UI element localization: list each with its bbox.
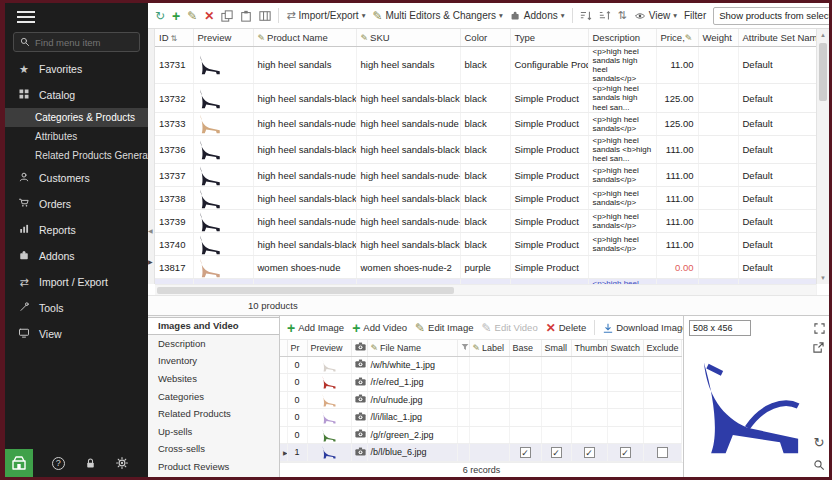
scroll-down-icon[interactable]: ▼ (817, 275, 829, 281)
refresh-preview-icon[interactable]: ↻ (814, 436, 825, 449)
small-checkbox[interactable]: ✓ (551, 447, 562, 458)
multi-editors-menu[interactable]: ✎ Multi Editors & Changers ▾ (372, 10, 502, 22)
col-small[interactable]: Small (541, 340, 571, 356)
col-flag[interactable] (457, 340, 469, 356)
sidebar-item-favorites[interactable]: ★ Favorites (5, 56, 148, 82)
tab-product-reviews[interactable]: Product Reviews (148, 458, 279, 476)
vertical-scrollbar[interactable]: ▲ ▼ (816, 29, 829, 284)
tab-related-products[interactable]: Related Products (148, 405, 279, 423)
hamburger-menu-icon[interactable] (17, 11, 35, 23)
swatch-checkbox[interactable]: ✓ (620, 447, 631, 458)
col-exclude[interactable]: Exclude (643, 340, 681, 356)
lock-icon[interactable] (84, 457, 97, 470)
product-row[interactable]: 13736 high heel sandals-black-36 high he… (155, 135, 816, 164)
help-icon[interactable]: ? (52, 457, 65, 470)
addons-menu[interactable]: Addons ▾ (510, 10, 565, 21)
col-label[interactable]: ✎Label (469, 340, 509, 356)
paste-button[interactable] (240, 10, 252, 22)
col-base[interactable]: Base (509, 340, 541, 356)
col-image-preview[interactable]: Preview (307, 340, 351, 356)
sidebar-item-tools[interactable]: Tools (5, 295, 148, 321)
add-product-button[interactable]: + (172, 9, 180, 23)
refresh-button[interactable]: ↻ (155, 10, 165, 22)
copy-button[interactable] (221, 10, 233, 22)
add-image-button[interactable]: +Add Image (287, 321, 344, 335)
sidebar-search[interactable] (13, 32, 140, 52)
product-row[interactable]: 13731 high heel sandals high heel sandal… (155, 46, 816, 84)
col-camera[interactable] (351, 340, 367, 356)
horizontal-scrollbar[interactable] (155, 284, 816, 295)
zoom-icon[interactable] (813, 459, 825, 471)
image-row[interactable]: 0 /w/h/white_1.jpg (280, 356, 681, 374)
sidebar-item-addons[interactable]: Addons (5, 243, 148, 269)
delete-product-button[interactable]: ✕ (204, 10, 214, 22)
col-type[interactable]: Type (510, 29, 588, 46)
sidebar-item-customers[interactable]: Customers (5, 165, 148, 191)
tab-categories[interactable]: Categories (148, 387, 279, 405)
download-image-button[interactable]: Download Image (603, 322, 683, 333)
tab-images-and-video[interactable]: Images and Video (148, 317, 279, 335)
tab-up-sells[interactable]: Up-sells (148, 423, 279, 441)
open-external-icon[interactable] (813, 342, 824, 353)
col-file-name[interactable]: ✎File Name (367, 340, 457, 356)
sidebar-item-orders[interactable]: Orders (5, 191, 148, 217)
view-menu[interactable]: View ▾ (634, 10, 677, 22)
col-position[interactable]: Pr (287, 340, 307, 356)
sort-descending-button[interactable] (599, 10, 611, 22)
sort-ascending-button[interactable] (580, 10, 592, 22)
import-export-menu[interactable]: ⇄ Import/Export ▾ (286, 10, 365, 21)
col-attribute-set[interactable]: Attribute Set Name (738, 29, 816, 46)
col-preview[interactable]: Preview (193, 29, 253, 46)
sidebar-item-reports[interactable]: Reports (5, 217, 148, 243)
preview-image[interactable] (690, 340, 811, 471)
product-row[interactable]: 13740 high heel sandals-black-38 high he… (155, 233, 816, 256)
edit-product-button[interactable]: ✎ (187, 10, 197, 22)
edit-video-button[interactable]: ✎Edit Video (481, 322, 537, 334)
search-input[interactable] (35, 37, 133, 48)
col-id[interactable]: ID⇅ (155, 29, 193, 46)
col-weight[interactable]: Weight (698, 29, 738, 46)
gear-icon[interactable] (115, 456, 129, 470)
col-swatch[interactable]: Swatch (607, 340, 643, 356)
sidebar-item-related-products-generator[interactable]: Related Products Generator (5, 146, 148, 165)
fullscreen-icon[interactable] (814, 323, 825, 334)
image-row[interactable]: 0 /r/e/red_1.jpg (280, 374, 681, 392)
product-row[interactable]: 13817 women shoes-nude women shoes-nude-… (155, 256, 816, 279)
scrollbar-thumb[interactable] (157, 287, 454, 294)
col-price[interactable]: Price,✎ (656, 29, 698, 46)
sidebar-item-attributes[interactable]: Attributes (5, 127, 148, 146)
image-row[interactable]: 0 /l/i/lilac_1.jpg (280, 409, 681, 427)
product-row[interactable]: 13739 high heel sandals-nude-37 high hee… (155, 210, 816, 233)
filter-dropdown[interactable]: Show products from selected categories ▾ (713, 7, 829, 25)
scrollbar-thumb[interactable] (819, 43, 827, 101)
product-row[interactable]: 13738 high heel sandals-black-37 high he… (155, 187, 816, 210)
clear-sort-button[interactable]: ⇅ (618, 9, 627, 22)
tab-cross-sells[interactable]: Cross-sells (148, 440, 279, 458)
image-row[interactable]: 0 /g/r/green_2.jpg (280, 426, 681, 444)
edit-image-button[interactable]: ✎Edit Image (415, 322, 473, 334)
add-video-button[interactable]: +Add Video (352, 321, 407, 335)
product-row[interactable]: 13732 high heel sandals-black high heel … (155, 84, 816, 113)
columns-button[interactable] (259, 10, 271, 22)
image-row-selected[interactable]: ▶ 1 /b/l/blue_6.jpg ✓ ✓ ✓ ✓ (280, 444, 681, 462)
scroll-up-icon[interactable]: ▲ (817, 32, 829, 38)
sidebar-item-catalog[interactable]: Catalog (5, 82, 148, 108)
col-sku[interactable]: ✎SKU (356, 29, 460, 46)
image-row[interactable]: 0 /n/u/nude.jpg (280, 391, 681, 409)
sidebar-item-categories-products[interactable]: Categories & Products (5, 108, 148, 127)
collapse-handle-icon[interactable]: ◀ (148, 227, 153, 234)
col-description[interactable]: Description (588, 29, 656, 46)
tab-inventory[interactable]: Inventory (148, 352, 279, 370)
col-thumbnail[interactable]: Thumbna (571, 340, 607, 356)
store-manager-logo[interactable] (5, 449, 33, 477)
product-row[interactable]: 13733 high heel sandals-nude high heel s… (155, 112, 816, 135)
delete-image-button[interactable]: ✕Delete (546, 322, 587, 334)
image-size-field[interactable] (689, 320, 751, 336)
sidebar-item-import-export[interactable]: ⇄ Import / Export (5, 269, 148, 295)
product-row[interactable]: 13737 high heel sandals-nude-36 high hee… (155, 164, 816, 187)
col-product-name[interactable]: ✎Product Name (253, 29, 356, 46)
thumbnail-checkbox[interactable]: ✓ (584, 447, 595, 458)
tab-websites[interactable]: Websites (148, 370, 279, 388)
base-checkbox[interactable]: ✓ (520, 447, 531, 458)
exclude-checkbox[interactable] (657, 447, 668, 458)
